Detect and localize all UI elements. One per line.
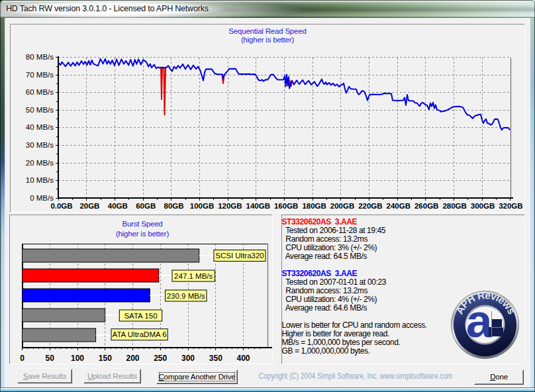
svg-text:20 MB/s: 20 MB/s (26, 159, 54, 167)
svg-text:50: 50 (46, 354, 55, 363)
svg-text:150: 150 (99, 354, 112, 363)
svg-text:80GB: 80GB (164, 202, 184, 210)
svg-text:(higher is better): (higher is better) (241, 36, 294, 44)
svg-text:80 MB/s: 80 MB/s (26, 53, 54, 61)
svg-text:280GB: 280GB (442, 202, 466, 210)
svg-text:200: 200 (126, 354, 139, 363)
svg-text:a: a (466, 295, 493, 347)
svg-text:0.0GB: 0.0GB (50, 202, 72, 210)
svg-text:0: 0 (20, 354, 24, 363)
svg-text:100: 100 (71, 354, 84, 363)
svg-text:180GB: 180GB (302, 202, 326, 210)
svg-text:350: 350 (209, 354, 222, 363)
svg-text:40GB: 40GB (108, 202, 128, 210)
svg-text:140GB: 140GB (246, 202, 270, 210)
svg-text:Burst Speed: Burst Speed (122, 220, 162, 228)
svg-text:240GB: 240GB (387, 202, 411, 210)
svg-text:(higher is better): (higher is better) (116, 230, 169, 238)
svg-text:200GB: 200GB (330, 202, 354, 210)
svg-text:400: 400 (236, 354, 250, 363)
svg-text:250: 250 (154, 354, 167, 363)
svg-text:60 MB/s: 60 MB/s (26, 88, 54, 96)
svg-text:30 MB/s: 30 MB/s (26, 141, 54, 149)
svg-text:100GB: 100GB (190, 202, 214, 210)
svg-text:60GB: 60GB (136, 202, 156, 210)
svg-text:SATA 150: SATA 150 (124, 312, 157, 320)
svg-text:70 MB/s: 70 MB/s (26, 71, 54, 79)
svg-text:230.9 MB/s: 230.9 MB/s (167, 292, 205, 300)
svg-text:300: 300 (181, 354, 195, 363)
svg-text:Sequential Read Speed: Sequential Read Speed (228, 27, 306, 35)
svg-text:SCSI Ultra320: SCSI Ultra320 (215, 252, 264, 260)
svg-text:220GB: 220GB (358, 202, 382, 210)
svg-text:10 MB/s: 10 MB/s (26, 176, 54, 184)
svg-text:20GB: 20GB (79, 202, 99, 210)
svg-text:0 MB/s: 0 MB/s (30, 194, 54, 202)
svg-text:40 MB/s: 40 MB/s (26, 123, 54, 131)
svg-text:300GB: 300GB (471, 202, 495, 210)
svg-text:160GB: 160GB (274, 202, 298, 210)
svg-text:ATA UltraDMA 6: ATA UltraDMA 6 (113, 330, 167, 338)
svg-text:50 MB/s: 50 MB/s (26, 106, 54, 114)
svg-text:247.1 MB/s: 247.1 MB/s (174, 272, 213, 280)
svg-text:320GB: 320GB (499, 202, 522, 210)
svg-text:260GB: 260GB (414, 202, 438, 210)
svg-text:120GB: 120GB (218, 202, 242, 210)
